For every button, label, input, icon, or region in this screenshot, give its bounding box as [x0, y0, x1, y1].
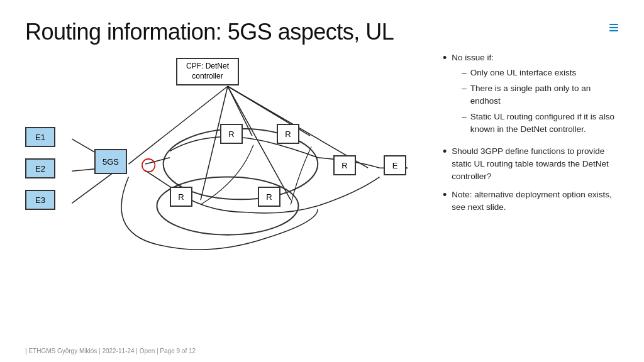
- r4-node: R: [258, 187, 280, 207]
- svg-line-0: [128, 86, 228, 164]
- diagram-svg: [25, 52, 430, 328]
- endhost-node: E: [384, 155, 406, 175]
- slide: ≡ Routing information: 5GS aspects, UL: [0, 0, 644, 362]
- r1-node: R: [220, 124, 243, 144]
- diagram-area: CPF: DetNetcontroller E1 E2 E3 5GS R R R…: [25, 52, 430, 328]
- bullet-1-sub-3: – Static UL routing configured if it is …: [462, 111, 619, 135]
- content-area: CPF: DetNetcontroller E1 E2 E3 5GS R R R…: [25, 52, 619, 328]
- bullet-3: • Note: alternative deployment option ex…: [443, 189, 619, 213]
- bullet-dot-2: •: [443, 145, 447, 159]
- r2-node: R: [277, 124, 299, 144]
- e2-node: E2: [25, 158, 55, 178]
- bullet-2: • Should 3GPP define functions to provid…: [443, 145, 619, 182]
- bullet-dot-1: •: [443, 52, 447, 65]
- bullet-1: • No issue if: – Only one UL interface e…: [443, 52, 619, 139]
- r5-node: R: [333, 155, 356, 175]
- bullet-1-sub-2: – There is a single path only to an endh…: [462, 82, 619, 107]
- bullet-1-text: No issue if: – Only one UL interface exi…: [452, 52, 619, 139]
- e1-node: E1: [25, 127, 55, 147]
- bullet-1-sub-1: – Only one UL interface exists: [462, 67, 619, 79]
- cpf-node: CPF: DetNetcontroller: [176, 58, 239, 85]
- ericsson-logo: ≡: [609, 18, 619, 38]
- e3-node: E3: [25, 190, 55, 210]
- footer: | ETHGMS György Miklós | 2022-11-24 | Op…: [25, 348, 196, 354]
- bullet-2-text: Should 3GPP define functions to provide …: [452, 145, 619, 182]
- r3-node: R: [170, 187, 192, 207]
- bullet-area: • No issue if: – Only one UL interface e…: [430, 52, 619, 328]
- svg-line-8: [72, 173, 111, 203]
- svg-point-14: [142, 159, 155, 172]
- bullet-3-text: Note: alternative deployment option exis…: [452, 189, 619, 213]
- bullet-dot-3: •: [443, 189, 447, 202]
- page-title: Routing information: 5GS aspects, UL: [25, 19, 619, 45]
- 5gs-node: 5GS: [94, 149, 127, 174]
